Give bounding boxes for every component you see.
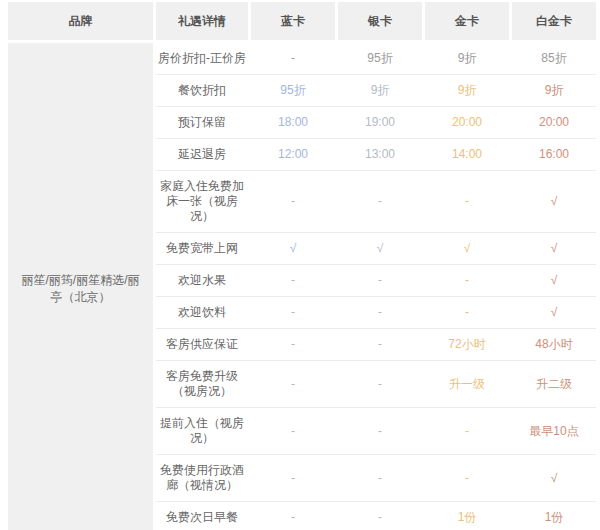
benefit-label: 免费宽带上网 — [156, 241, 248, 256]
column-header-0: 品牌 — [8, 2, 153, 40]
benefit-value-cell: √ — [512, 273, 596, 288]
benefit-value-cell: 1份 — [425, 510, 509, 525]
benefit-value-cell: 9折 — [512, 83, 596, 98]
column-header-2: 蓝卡 — [251, 2, 335, 40]
benefit-value-cell: 95折 — [251, 83, 335, 98]
benefit-value-cell: 48小时 — [512, 337, 596, 352]
benefit-value-cell: - — [338, 337, 422, 352]
benefit-value-cell: 12:00 — [251, 147, 335, 162]
benefit-label: 免费使用行政酒廊（视情况） — [156, 463, 248, 493]
benefit-value-cell: √ — [251, 241, 335, 256]
table-body: 丽笙/丽筠/丽笙精选/丽亭（北京） 房价折扣-正价房-95折9折85折餐饮折扣9… — [8, 43, 596, 530]
benefit-value-cell: - — [425, 273, 509, 288]
benefit-value-cell: - — [338, 273, 422, 288]
benefit-value-cell: 9折 — [338, 83, 422, 98]
benefit-value-cell: - — [251, 273, 335, 288]
benefit-value-cell: - — [251, 337, 335, 352]
benefit-value-cell: √ — [512, 194, 596, 209]
benefit-value-cell: 95折 — [338, 51, 422, 66]
benefit-value-cell: 9折 — [425, 83, 509, 98]
benefit-value-cell: 16:00 — [512, 147, 596, 162]
benefit-value-cell: 9折 — [425, 51, 509, 66]
benefit-value-cell: √ — [512, 305, 596, 320]
table-row: 提前入住（视房况）---最早10点 — [156, 408, 596, 455]
benefit-value-cell: - — [338, 305, 422, 320]
benefit-value-cell: 18:00 — [251, 115, 335, 130]
benefit-value-cell: - — [251, 377, 335, 392]
table-row: 客房供应保证--72小时48小时 — [156, 329, 596, 361]
benefit-value-cell: 1份 — [512, 510, 596, 525]
benefit-value-cell: 14:00 — [425, 147, 509, 162]
benefit-value-cell: 20:00 — [512, 115, 596, 130]
table-row: 欢迎饮料---√ — [156, 297, 596, 329]
benefit-value-cell: 升一级 — [425, 377, 509, 392]
column-header-4: 金卡 — [425, 2, 509, 40]
membership-benefits-table: 品牌礼遇详情蓝卡银卡金卡白金卡 丽笙/丽筠/丽笙精选/丽亭（北京） 房价折扣-正… — [8, 2, 596, 530]
column-header-1: 礼遇详情 — [156, 2, 248, 40]
table-row: 免费使用行政酒廊（视情况）---√ — [156, 455, 596, 502]
benefit-value-cell: - — [338, 377, 422, 392]
benefit-value-cell: - — [338, 194, 422, 209]
benefit-label: 预订保留 — [156, 115, 248, 130]
table-row: 房价折扣-正价房-95折9折85折 — [156, 43, 596, 75]
benefit-value-cell: - — [251, 194, 335, 209]
benefit-value-cell: √ — [425, 241, 509, 256]
benefit-rows: 房价折扣-正价房-95折9折85折餐饮折扣95折9折9折9折预订保留18:001… — [156, 43, 596, 530]
benefit-value-cell: - — [338, 424, 422, 439]
benefit-value-cell: √ — [338, 241, 422, 256]
benefit-value-cell: - — [425, 471, 509, 486]
table-header-row: 品牌礼遇详情蓝卡银卡金卡白金卡 — [8, 2, 596, 40]
benefit-label: 客房供应保证 — [156, 337, 248, 352]
table-row: 免费宽带上网√√√√ — [156, 233, 596, 265]
benefit-value-cell: 19:00 — [338, 115, 422, 130]
benefit-label: 延迟退房 — [156, 147, 248, 162]
benefit-value-cell: - — [251, 510, 335, 525]
benefit-value-cell: 最早10点 — [512, 424, 596, 439]
benefit-value-cell: √ — [512, 471, 596, 486]
benefit-value-cell: 20:00 — [425, 115, 509, 130]
column-header-3: 银卡 — [338, 2, 422, 40]
benefit-value-cell: - — [251, 424, 335, 439]
table-row: 餐饮折扣95折9折9折9折 — [156, 75, 596, 107]
benefit-value-cell: 升二级 — [512, 377, 596, 392]
membership-benefits-page: 品牌礼遇详情蓝卡银卡金卡白金卡 丽笙/丽筠/丽笙精选/丽亭（北京） 房价折扣-正… — [0, 0, 600, 530]
benefit-label: 家庭入住免费加床一张（视房况） — [156, 179, 248, 224]
benefit-value-cell: 13:00 — [338, 147, 422, 162]
table-row: 家庭入住免费加床一张（视房况）---√ — [156, 171, 596, 233]
table-row: 客房免费升级（视房况）--升一级升二级 — [156, 361, 596, 408]
benefit-label: 欢迎水果 — [156, 273, 248, 288]
benefit-label: 免费次日早餐 — [156, 510, 248, 525]
benefit-value-cell: - — [425, 424, 509, 439]
benefit-value-cell: - — [251, 471, 335, 486]
table-row: 预订保留18:0019:0020:0020:00 — [156, 107, 596, 139]
benefit-value-cell: - — [425, 194, 509, 209]
benefit-value-cell: - — [425, 305, 509, 320]
benefit-value-cell: - — [338, 471, 422, 486]
benefit-value-cell: √ — [512, 241, 596, 256]
benefit-value-cell: - — [251, 305, 335, 320]
benefit-value-cell: - — [251, 51, 335, 66]
benefit-label: 房价折扣-正价房 — [156, 51, 248, 66]
table-row: 免费次日早餐--1份1份 — [156, 502, 596, 530]
benefit-label: 欢迎饮料 — [156, 305, 248, 320]
table-row: 延迟退房12:0013:0014:0016:00 — [156, 139, 596, 171]
benefit-value-cell: 85折 — [512, 51, 596, 66]
benefit-value-cell: 72小时 — [425, 337, 509, 352]
benefit-label: 提前入住（视房况） — [156, 416, 248, 446]
table-row: 欢迎水果---√ — [156, 265, 596, 297]
benefit-label: 客房免费升级（视房况） — [156, 369, 248, 399]
benefit-value-cell: - — [338, 510, 422, 525]
column-header-5: 白金卡 — [512, 2, 596, 40]
brand-cell: 丽笙/丽筠/丽笙精选/丽亭（北京） — [8, 43, 153, 530]
benefit-label: 餐饮折扣 — [156, 83, 248, 98]
